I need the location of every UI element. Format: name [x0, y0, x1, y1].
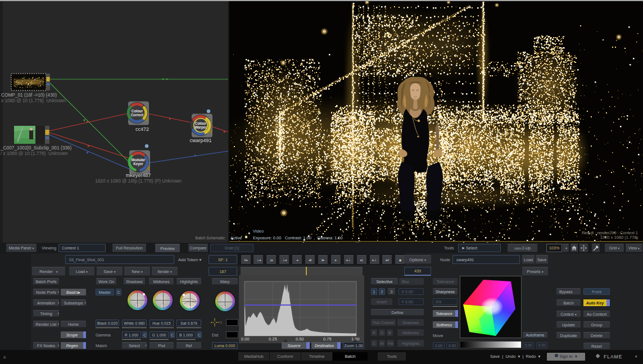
- svg-text:Colour: Colour: [132, 109, 143, 113]
- svg-text:Video: Video: [253, 229, 264, 234]
- svg-text:Modular: Modular: [132, 158, 146, 162]
- svg-text:Batch Schematic: Batch Schematic: [195, 236, 225, 240]
- svg-text:COMP_01 (16f ->10) (430): COMP_01 (16f ->10) (430): [1, 92, 57, 98]
- svg-text:cwarp491: cwarp491: [189, 138, 211, 143]
- svg-text:Colour: Colour: [195, 121, 207, 125]
- svg-text:Exposure: 0.00 Contrast: 1.0: Exposure: 0.00 Contrast: 1.00 , Gamma: 1…: [253, 235, 343, 240]
- svg-text:Warper: Warper: [194, 125, 207, 130]
- svg-text:1920 x 1080 @ 16fp (1.778) (P): 1920 x 1080 @ 16fp (1.778) (P) Unknown: [95, 178, 182, 184]
- svg-text:_C007_1002|0_Subclip_001 (336): _C007_1002|0_Subclip_001 (336): [0, 145, 71, 151]
- svg-text:/ x 1080 @ 10 (1.778) Unknown: / x 1080 @ 10 (1.778) Unknown: [1, 151, 68, 156]
- svg-text:cc472: cc472: [135, 126, 149, 132]
- svg-text:1920 x 1080 (1.778): 1920 x 1080 (1.778): [600, 235, 639, 240]
- svg-text:x 1080 @ 10 (1.778) Unknown: x 1080 @ 10 (1.778) Unknown: [1, 98, 66, 103]
- svg-text:Correct: Correct: [131, 113, 144, 117]
- svg-text:Active: Active: [230, 235, 242, 240]
- svg-text:Keyer: Keyer: [133, 162, 143, 166]
- svg-text:mkeyer487: mkeyer487: [126, 172, 151, 178]
